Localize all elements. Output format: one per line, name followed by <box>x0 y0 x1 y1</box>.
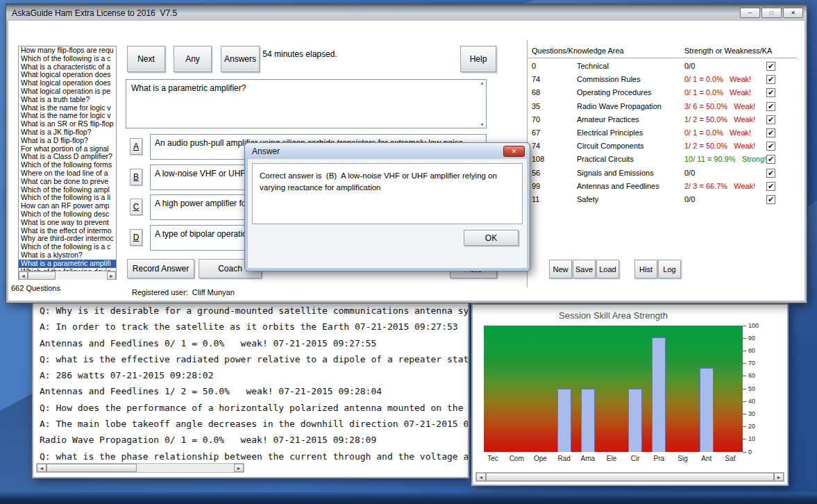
maximize-icon[interactable]: □ <box>761 8 782 18</box>
chart-horizontal-scrollbar[interactable]: ◄ ► <box>475 472 784 482</box>
question-count: 35 <box>532 102 540 110</box>
load-button[interactable]: Load <box>596 260 619 278</box>
scroll-down-icon[interactable]: ▼ <box>480 122 485 127</box>
question-list-item[interactable]: What is the name for logic v <box>19 112 116 120</box>
dialog-close-icon[interactable]: ✕ <box>503 146 525 157</box>
scroll-up-icon[interactable]: ▲ <box>480 81 485 85</box>
question-list-item[interactable]: What is a klystron? <box>19 251 116 260</box>
y-axis-label: 20 <box>748 423 755 430</box>
log-button[interactable]: Log <box>658 260 681 278</box>
answer-a-button[interactable]: A <box>130 138 142 155</box>
question-list-item[interactable]: How can an RF power amp <box>19 202 116 210</box>
any-button[interactable]: Any <box>174 46 212 72</box>
question-list-item[interactable]: What is an SR or RS flip-flop <box>19 120 116 128</box>
question-list[interactable]: How many flip-flops are requWhich of the… <box>18 46 117 280</box>
question-list-item[interactable]: What is the effect of intermo <box>19 227 116 235</box>
answer-dialog: Answer ✕ Correct answer is (B) A low-noi… <box>244 142 530 271</box>
scroll-thumb[interactable] <box>47 464 137 472</box>
question-list-item[interactable]: What logical operation does <box>19 79 116 87</box>
ok-button[interactable]: OK <box>464 230 519 246</box>
knowledge-area-checkbox[interactable]: ✔ <box>766 182 775 191</box>
question-count: 99 <box>532 182 540 190</box>
knowledge-area-label: Circuit Components <box>577 142 644 150</box>
chart-bar <box>581 389 595 452</box>
knowledge-area-checkbox[interactable]: ✔ <box>766 115 775 124</box>
question-list-item[interactable]: Which of the following desc <box>19 210 116 219</box>
record-answer-button[interactable]: Record Answer <box>127 259 194 278</box>
question-list-item[interactable]: Where on the load line of a <box>19 169 116 178</box>
answer-d-button[interactable]: D <box>130 229 142 246</box>
next-button[interactable]: Next <box>127 46 165 72</box>
answer-c-button[interactable]: C <box>130 199 142 215</box>
taskbar <box>0 492 817 504</box>
minimize-icon[interactable]: ─ <box>740 8 760 18</box>
strength-value: 10/ 11 = 90.9% Strong! <box>684 155 766 163</box>
log-line: Q: How does the performance of a horizon… <box>40 400 468 416</box>
question-count: 108 <box>532 155 544 163</box>
title-bar[interactable]: AskaGuide Ham Extra License to 2016 V7.5… <box>6 4 807 21</box>
new-button[interactable]: New <box>549 260 572 278</box>
question-list-item[interactable]: Which of the following forms <box>19 161 116 169</box>
knowledge-area-checkbox[interactable]: ✔ <box>766 195 775 204</box>
y-axis-label: 30 <box>748 410 755 417</box>
question-list-item[interactable]: What is a characteristic of a <box>19 63 116 72</box>
answer-b-button[interactable]: B <box>130 169 142 185</box>
knowledge-area-checkbox[interactable]: ✔ <box>766 62 775 71</box>
knowledge-row: 99Antennas and Feedlines2/ 3 = 66.7% Wea… <box>527 180 799 194</box>
question-count: 56 <box>532 169 540 177</box>
question-list-item[interactable]: For what portion of a signal <box>19 145 116 153</box>
knowledge-row: 74Circuit Components1/ 2 = 50.0% Weak!✔ <box>527 140 799 153</box>
scroll-right-icon[interactable]: ► <box>107 271 116 280</box>
y-axis-label: 80 <box>748 347 755 354</box>
question-list-scrollbar[interactable]: ◄ ► <box>19 271 116 280</box>
scroll-left-icon[interactable]: ◄ <box>19 271 28 280</box>
question-count-status: 662 Questions <box>11 284 60 292</box>
dialog-title-bar[interactable]: Answer ✕ <box>245 143 530 159</box>
x-axis-label: Sig <box>671 455 695 462</box>
question-list-item[interactable]: What is a parametric amplifi <box>19 260 116 268</box>
log-line: Q: what is the phase relationship betwee… <box>40 448 468 462</box>
question-text-box[interactable]: What is a parametric amplifier? ▲ ▼ <box>126 79 487 128</box>
x-axis-label: Ant <box>695 455 718 462</box>
knowledge-area-checkbox[interactable]: ✔ <box>766 142 775 151</box>
knowledge-area-checkbox[interactable]: ✔ <box>766 75 775 84</box>
window-title: AskaGuide Ham Extra License to 2016 V7.5 <box>12 8 177 18</box>
scroll-thumb[interactable] <box>486 473 774 481</box>
question-list-item[interactable]: Which of the following ampl <box>19 186 116 194</box>
question-list-item[interactable]: Why are third-order intermoc <box>19 235 116 243</box>
scroll-right-icon[interactable]: ► <box>234 464 244 472</box>
help-button[interactable]: Help <box>460 46 496 72</box>
strength-value: 3/ 6 = 50.0% Weak! <box>684 102 755 110</box>
question-list-item[interactable]: What logical operation is pe <box>19 87 116 96</box>
knowledge-row: 56Signals and Emissions0/0✔ <box>527 167 799 180</box>
hist-button[interactable]: Hist <box>634 260 657 278</box>
question-list-item[interactable]: What is a JK flip-flop? <box>19 128 116 137</box>
knowledge-area-checkbox[interactable]: ✔ <box>766 128 775 137</box>
scroll-left-icon[interactable]: ◄ <box>37 464 47 472</box>
question-list-item[interactable]: What is a truth table? <box>19 96 116 104</box>
knowledge-area-checkbox[interactable]: ✔ <box>766 88 775 97</box>
question-list-item[interactable]: Which of the following is a c <box>19 243 116 251</box>
question-list-item[interactable]: What is a D flip-flop? <box>19 137 116 145</box>
scroll-left-icon[interactable]: ◄ <box>476 473 486 481</box>
question-list-item[interactable]: What can be done to preve <box>19 178 116 186</box>
save-button[interactable]: Save <box>573 260 596 278</box>
question-list-item[interactable]: What is a Class D amplifier? <box>19 153 116 161</box>
elapsed-time: 54 minutes elapsed. <box>244 49 355 59</box>
knowledge-area-label: Practical Circuits <box>577 155 634 163</box>
scroll-right-icon[interactable]: ► <box>774 473 784 481</box>
question-list-item[interactable]: What is the name for logic v <box>19 104 116 112</box>
knowledge-area-checkbox[interactable]: ✔ <box>766 169 775 178</box>
question-list-item[interactable]: What is one way to prevent <box>19 219 116 227</box>
log-horizontal-scrollbar[interactable]: ◄ ► <box>36 463 244 473</box>
scroll-thumb[interactable] <box>28 271 56 280</box>
header-underline <box>527 58 798 58</box>
question-list-item[interactable]: What logical operation does <box>19 71 116 79</box>
close-icon[interactable]: ✕ <box>783 8 803 18</box>
knowledge-area-checkbox[interactable]: ✔ <box>766 102 775 111</box>
question-list-item[interactable]: Which of the following is a li <box>19 194 116 202</box>
chart-x-labels: TecComOpeRadAmaEleCirPraSigAntSaf <box>484 455 743 464</box>
question-list-item[interactable]: Which of the following is a c <box>19 55 116 63</box>
knowledge-area-checkbox[interactable]: ✔ <box>766 155 775 164</box>
question-list-item[interactable]: How many flip-flops are requ <box>19 47 116 55</box>
